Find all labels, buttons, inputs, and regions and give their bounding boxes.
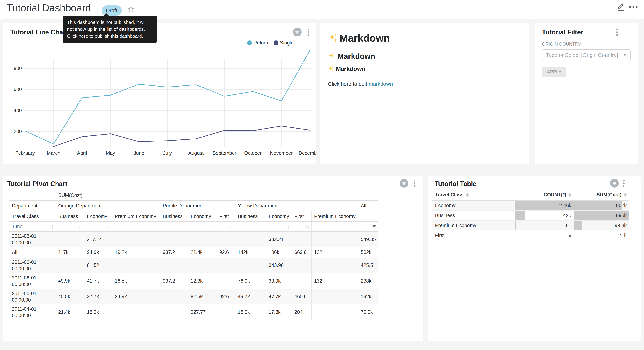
pivot-row: 2011-03-0100:00:00217.14332.21549.35 [9,232,378,247]
x-axis-tick: July [163,150,172,156]
pivot-subcol-header: First [217,211,235,222]
pivot-value-cell: 106k [266,247,292,258]
sum-cost-cell: 99.8k [574,220,629,230]
pencil-icon [616,2,626,12]
pivot-value-cell: 76.9k [235,273,266,289]
sort-icon[interactable]: ↓↑ [154,224,158,230]
sum-cost-cell: 696k [574,210,629,220]
pivot-subcol-header: Premium Economy [312,211,358,222]
pivot-value-cell [160,304,188,320]
pivot-value-cell [217,232,235,247]
count-cell: 61 [515,220,574,230]
pivot-row-label: 2011-04-0100:00:00 [9,304,56,320]
pivot-chart-card: Tutorial Pivot Chart SUM(Cost)Department… [3,176,423,341]
sort-icon[interactable]: ↓↑ [305,224,309,230]
draft-status-badge[interactable]: Draft [102,6,122,16]
pivot-value-cell: 132 [312,247,358,258]
pivot-value-cell: 17.3k [266,304,292,320]
applied-filters-badge[interactable] [293,28,302,36]
pivot-sort-header[interactable]: ↓↑ [188,222,217,232]
edit-dashboard-button[interactable] [616,2,626,12]
chart-menu-kebab-icon[interactable] [412,178,416,188]
sort-icon[interactable]: ↓↑ [260,224,264,230]
origin-country-select[interactable]: Type or Select [Origin Country] [542,49,630,61]
sort-icon[interactable]: ↓↑ [352,224,356,230]
pivot-value-cell: 192k [358,289,378,304]
more-actions-button[interactable] [629,4,640,10]
pivot-subcol-header: Business [160,211,188,222]
pivot-sort-header[interactable]: ↓↑ [84,222,112,232]
pivot-value-cell: 49.7k [235,289,266,304]
pivot-value-cell [188,232,217,247]
sort-descending-icon[interactable]: ↓ [370,224,376,230]
sum-cost-cell: 1.71k [574,230,629,240]
sort-icon[interactable]: ↓↑ [106,224,110,230]
pivot-sort-header[interactable]: ↓↑ [160,222,188,232]
pivot-value-cell [56,232,84,247]
pivot-value-cell [56,258,84,273]
line-chart-card: Tutorial Line Chart ReturnSingle 2004006… [3,23,316,164]
pivot-value-cell: 47.7k [266,289,292,304]
legend-item-return[interactable]: Return [247,40,268,46]
pivot-sort-header[interactable]: ↓↑ [312,222,358,232]
ellipsis-icon [629,6,631,8]
pivot-value-cell: 132 [312,273,358,289]
sparkles-icon [328,66,334,72]
pivot-value-cell: 92.6 [217,247,235,258]
pivot-sort-header[interactable]: ↓ [358,222,378,232]
applied-filters-badge[interactable] [610,179,619,188]
filter-menu-kebab-icon[interactable] [614,28,619,37]
x-axis-tick: April [77,150,87,156]
table-sort-header-sum-cost-[interactable]: SUM(Cost) [574,190,629,200]
pivot-value-cell: 142k [235,247,266,258]
pivot-value-cell [160,258,188,273]
applied-filters-badge[interactable] [400,179,408,188]
pivot-value-cell: 15.9k [235,304,266,320]
pivot-sort-header[interactable]: ↓↑ [266,222,292,232]
x-axis-tick: August [188,150,204,156]
pivot-value-cell: 117k [56,247,84,258]
chart-menu-kebab-icon[interactable] [306,28,310,37]
pivot-value-cell [292,258,312,273]
legend-label: Return [254,40,268,46]
legend-dot [274,40,278,45]
pivot-sort-header[interactable]: ↓↑ [112,222,160,232]
table-sort-header-count-[interactable]: COUNT(*) [515,190,574,200]
pivot-value-cell: 502k [358,247,378,258]
apply-filter-button[interactable]: APPLY [542,66,566,77]
sort-icon[interactable]: ↓↑ [210,224,214,230]
pivot-sort-header[interactable]: ↓↑ [235,222,266,232]
sort-carets-icon [568,193,571,197]
pivot-time-header[interactable]: Time↓↑ [9,222,56,232]
table-sort-header-travel-class[interactable]: Travel Class [432,190,515,200]
pivot-sort-header[interactable]: ↓↑ [56,222,84,232]
origin-country-label: ORIGIN COUNTRY [542,42,581,46]
sparkles-icon [328,52,336,60]
pivot-value-cell [235,258,266,273]
pivot-value-cell: 465.6 [292,289,312,304]
pivot-value-cell: 15.2k [84,304,112,320]
pivot-value-cell [312,258,358,273]
pivot-group-header: Orange Department [56,201,160,211]
x-axis-tick: June [134,150,144,156]
markdown-paragraph: Click here to edit markdown [328,81,393,87]
pivot-value-cell: 37.7k [84,289,112,304]
sort-icon[interactable]: ↓↑ [229,224,232,230]
sort-icon[interactable]: ↓↑ [78,224,82,230]
pivot-sort-header[interactable]: ↓↑ [217,222,235,232]
line-chart-plot[interactable]: 200400600800FebruaryMarchAprilMayJuneJul… [3,48,316,159]
favorite-star-icon[interactable]: ☆ [127,4,135,14]
pivot-value-cell: 16.5k [112,273,160,289]
pivot-sort-header[interactable]: ↓↑ [292,222,312,232]
markdown-edit-link[interactable]: markdown [368,81,393,87]
sort-icon[interactable]: ↓↑ [182,224,186,230]
legend-item-single[interactable]: Single [274,40,294,46]
table-card-title: Tutorial Table [435,180,476,188]
pivot-value-cell [217,258,235,273]
travel-class-cell: Economy [432,200,515,210]
chart-menu-kebab-icon[interactable] [622,178,626,188]
sort-icon[interactable]: ↓↑ [286,224,289,230]
filter-card-title: Tutorial Filter [542,28,583,36]
pivot-value-cell [312,304,358,320]
sort-icon[interactable]: ↓↑ [49,224,53,230]
